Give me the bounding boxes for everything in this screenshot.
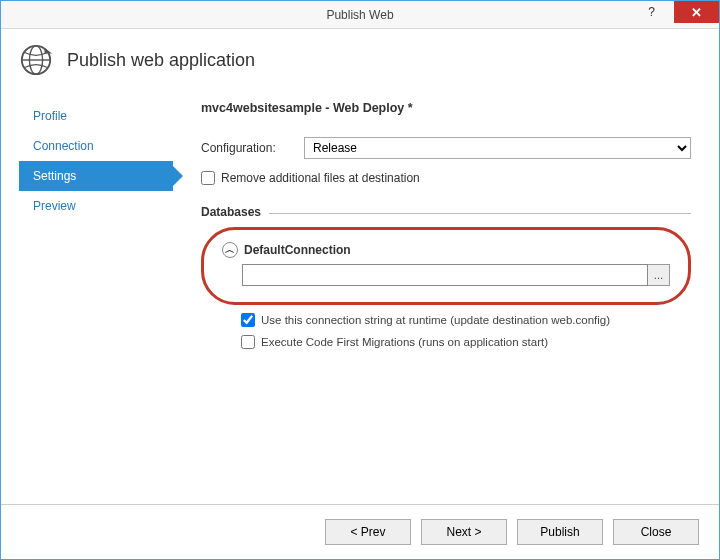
titlebar: Publish Web ? ✕ [1, 1, 719, 29]
dialog-button-bar: < Prev Next > Publish Close [1, 504, 719, 559]
wizard-sidebar: Profile Connection Settings Preview [19, 95, 173, 504]
connection-string-browse-button[interactable]: … [648, 264, 670, 286]
sidebar-item-settings[interactable]: Settings [19, 161, 173, 191]
section-divider [269, 213, 691, 214]
sidebar-item-preview[interactable]: Preview [19, 191, 173, 221]
use-connstring-label: Use this connection string at runtime (u… [261, 314, 610, 326]
window-controls: ? ✕ [629, 1, 719, 28]
profile-heading: mvc4websitesample - Web Deploy * [201, 101, 691, 115]
window-title: Publish Web [326, 8, 393, 22]
globe-publish-icon [19, 43, 53, 77]
defaultconnection-header[interactable]: ︿ DefaultConnection [222, 242, 670, 258]
help-button[interactable]: ? [629, 1, 674, 23]
configuration-row: Configuration: Release [201, 137, 691, 159]
sidebar-item-profile[interactable]: Profile [19, 101, 173, 131]
next-button[interactable]: Next > [421, 519, 507, 545]
exec-migrations-label: Execute Code First Migrations (runs on a… [261, 336, 548, 348]
publish-button[interactable]: Publish [517, 519, 603, 545]
prev-button[interactable]: < Prev [325, 519, 411, 545]
remove-files-label: Remove additional files at destination [221, 171, 420, 185]
use-connstring-row: Use this connection string at runtime (u… [241, 313, 691, 327]
dialog-header: Publish web application [1, 29, 719, 95]
defaultconnection-label: DefaultConnection [244, 243, 351, 257]
exec-migrations-row: Execute Code First Migrations (runs on a… [241, 335, 691, 349]
remove-files-checkbox[interactable] [201, 171, 215, 185]
collapse-icon[interactable]: ︿ [222, 242, 238, 258]
exec-migrations-checkbox[interactable] [241, 335, 255, 349]
publish-web-dialog: Publish Web ? ✕ Publish web application … [0, 0, 720, 560]
databases-label: Databases [201, 205, 261, 219]
configuration-label: Configuration: [201, 141, 296, 155]
sidebar-item-connection[interactable]: Connection [19, 131, 173, 161]
configuration-select[interactable]: Release [304, 137, 691, 159]
window-close-button[interactable]: ✕ [674, 1, 719, 23]
connection-string-input[interactable] [242, 264, 648, 286]
use-connstring-checkbox[interactable] [241, 313, 255, 327]
connection-string-row: … [242, 264, 670, 286]
defaultconnection-callout: ︿ DefaultConnection … [201, 227, 691, 305]
databases-section-header: Databases [201, 205, 691, 219]
dialog-title: Publish web application [67, 50, 255, 71]
dialog-body: Profile Connection Settings Preview mvc4… [1, 95, 719, 504]
settings-panel: mvc4websitesample - Web Deploy * Configu… [173, 95, 701, 504]
remove-files-row: Remove additional files at destination [201, 171, 691, 185]
close-button[interactable]: Close [613, 519, 699, 545]
